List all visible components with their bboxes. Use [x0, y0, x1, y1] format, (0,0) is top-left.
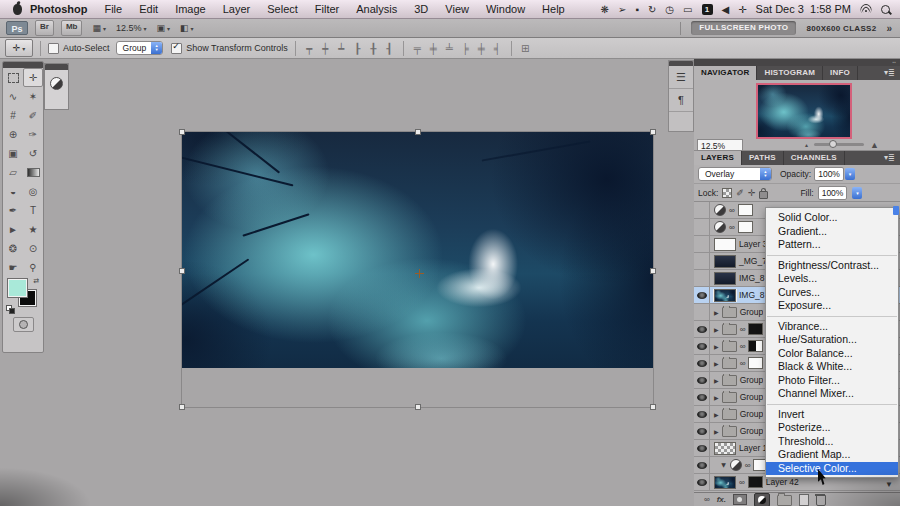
lasso-tool[interactable]: ∿: [3, 87, 23, 106]
lock-position-icon[interactable]: ✛: [748, 188, 756, 198]
menu-item-exposure[interactable]: Exposure...: [766, 299, 898, 313]
transform-reference-point[interactable]: [415, 269, 424, 278]
menu-item-gradient-map[interactable]: Gradient Map...: [766, 448, 898, 462]
brush-tool[interactable]: ✑: [23, 125, 43, 144]
layer-thumbnail[interactable]: [714, 238, 736, 251]
auto-select-target-dropdown[interactable]: Group ▴▾: [116, 41, 164, 55]
zoom-level-control[interactable]: 12.5% ▾: [116, 23, 147, 33]
align-vertical-centers-button[interactable]: ┿: [319, 41, 332, 56]
pen-tool[interactable]: ✒: [3, 201, 23, 220]
path-selection-tool[interactable]: ►: [3, 220, 23, 239]
workspace-overflow-button[interactable]: »: [886, 23, 892, 34]
slider-handle[interactable]: [829, 140, 837, 148]
visibility-toggle[interactable]: [694, 389, 710, 405]
add-layer-mask-button[interactable]: [733, 494, 747, 505]
mask-thumbnail[interactable]: [748, 357, 763, 369]
panel-menu-icon[interactable]: ▾≣: [884, 66, 900, 80]
menu-item-file[interactable]: File: [104, 3, 122, 15]
zoom-tool[interactable]: ⚲: [23, 258, 43, 277]
quick-mask-button[interactable]: [13, 317, 34, 332]
wifi-icon[interactable]: [860, 4, 872, 14]
expand-triangle-icon[interactable]: ▶: [714, 377, 719, 384]
menu-item-photoshop[interactable]: Photoshop: [30, 3, 87, 15]
expand-triangle-icon[interactable]: ▶: [714, 411, 719, 418]
custom-shape-tool[interactable]: ★: [23, 220, 43, 239]
fill-field[interactable]: 100%: [818, 186, 848, 200]
expand-triangle-icon[interactable]: ▶: [714, 343, 719, 350]
hand-tool[interactable]: ☛: [3, 258, 23, 277]
panel-drag-handle[interactable]: [45, 64, 68, 70]
visibility-toggle[interactable]: [694, 457, 710, 473]
type-tool[interactable]: T: [23, 201, 43, 220]
clone-stamp-tool[interactable]: ▣: [3, 144, 23, 163]
tab-histogram[interactable]: HISTOGRAM: [757, 66, 823, 80]
transform-handle-bottom-center[interactable]: [415, 404, 421, 410]
gradient-tool[interactable]: [23, 163, 43, 182]
mask-thumbnail[interactable]: [748, 340, 763, 352]
distribute-left-edges-button[interactable]: ╞: [459, 41, 472, 56]
transform-handle-bottom-left[interactable]: [179, 404, 185, 410]
visibility-toggle[interactable]: [694, 372, 710, 388]
distribute-top-edges-button[interactable]: ╤: [411, 41, 424, 56]
menu-item-edit[interactable]: Edit: [139, 3, 158, 15]
mask-thumbnail[interactable]: [738, 204, 753, 216]
menu-item-pattern[interactable]: Pattern...: [766, 238, 898, 252]
displays-icon[interactable]: ▭: [683, 0, 692, 19]
align-horizontal-centers-button[interactable]: ╂: [367, 41, 380, 56]
menu-item-filter[interactable]: Filter: [315, 3, 339, 15]
expand-triangle-icon[interactable]: ▶: [714, 428, 719, 435]
menu-item-threshold[interactable]: Threshold...: [766, 435, 898, 449]
menu-item-image[interactable]: Image: [175, 3, 206, 15]
tab-info[interactable]: INFO: [823, 66, 858, 80]
healing-brush-tool[interactable]: ⊕: [3, 125, 23, 144]
rectangular-marquee-tool[interactable]: [3, 68, 23, 87]
lock-all-icon[interactable]: [759, 191, 768, 199]
universal-access-icon[interactable]: ✛: [738, 0, 746, 19]
menu-item-brightness-contrast[interactable]: Brightness/Contrast...: [766, 259, 898, 273]
visibility-toggle[interactable]: [694, 423, 710, 439]
menu-bar-clock[interactable]: Sat Dec 3 1:58 PM: [756, 3, 851, 15]
spotlight-icon[interactable]: [881, 5, 890, 14]
forward-share-icon[interactable]: ➢: [618, 0, 626, 19]
apple-menu-icon[interactable]: [13, 4, 22, 15]
launch-mini-bridge-button[interactable]: Mb: [61, 20, 83, 36]
new-group-button[interactable]: [777, 495, 792, 506]
brush-panel-button[interactable]: ☰: [669, 66, 693, 89]
menu-item-layer[interactable]: Layer: [223, 3, 251, 15]
menu-item-color-balance[interactable]: Color Balance...: [766, 347, 898, 361]
link-layers-button[interactable]: ∞: [704, 495, 710, 504]
history-brush-tool[interactable]: ↺: [23, 144, 43, 163]
menu-item-view[interactable]: View: [445, 3, 469, 15]
menu-item-photo-filter[interactable]: Photo Filter...: [766, 374, 898, 388]
transform-handle-top-right[interactable]: [650, 129, 656, 135]
panel-menu-icon[interactable]: ▾≣: [884, 151, 900, 165]
move-tool[interactable]: ✛: [23, 68, 43, 87]
navigator-proxy-preview[interactable]: [756, 83, 852, 139]
time-machine-icon[interactable]: ◷: [665, 0, 674, 19]
visibility-toggle[interactable]: [694, 253, 710, 269]
layer-thumbnail[interactable]: [714, 255, 736, 268]
move-tool-preset-button[interactable]: ✛ ▾: [5, 39, 33, 57]
expand-triangle-icon[interactable]: ▶: [714, 309, 719, 316]
sync-icon[interactable]: ↻: [648, 0, 656, 19]
visibility-toggle[interactable]: [694, 355, 710, 371]
eyedropper-tool[interactable]: ✐: [23, 106, 43, 125]
rotate-3d-tool[interactable]: ❂: [3, 239, 23, 258]
layer-thumbnail[interactable]: [714, 272, 736, 285]
menu-item-solid-color[interactable]: Solid Color...: [766, 211, 898, 225]
tab-navigator[interactable]: NAVIGATOR: [694, 66, 757, 80]
paragraph-panel-button[interactable]: ¶: [669, 89, 693, 112]
visibility-toggle[interactable]: [694, 287, 710, 303]
menu-item-curves[interactable]: Curves...: [766, 286, 898, 300]
tab-paths[interactable]: PATHS: [742, 151, 784, 165]
input-menu-icon[interactable]: 1: [702, 4, 713, 15]
show-transform-controls-checkbox[interactable]: [171, 43, 182, 54]
view-extras-button[interactable]: ▦ ▾: [92, 23, 106, 33]
default-colors-icon[interactable]: [6, 305, 14, 312]
menu-item-window[interactable]: Window: [486, 3, 525, 15]
new-adjustment-layer-button[interactable]: [754, 493, 770, 506]
menu-item-analysis[interactable]: Analysis: [356, 3, 397, 15]
transform-handle-top-left[interactable]: [179, 129, 185, 135]
visibility-toggle[interactable]: [694, 219, 710, 235]
visibility-toggle[interactable]: [694, 338, 710, 354]
